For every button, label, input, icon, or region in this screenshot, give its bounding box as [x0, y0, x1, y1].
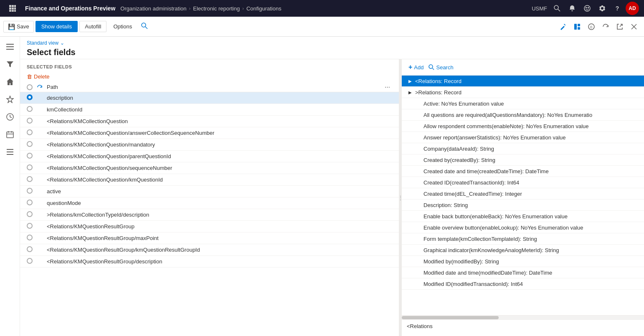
row-path: >Relations/kmCollectionTypeId/descriptio…: [47, 212, 392, 218]
tree-item[interactable]: ▶ Active: NoYes Enumeration value: [402, 98, 644, 109]
tree-item[interactable]: ▶ Graphical indicator(kmKnowledgeAnalogM…: [402, 245, 644, 256]
row-path: kmCollectionId: [47, 106, 392, 113]
row-radio[interactable]: [27, 141, 33, 147]
save-button[interactable]: 💾 Save: [3, 21, 34, 33]
popout-icon[interactable]: [613, 20, 626, 33]
search-nav-icon[interactable]: [550, 2, 564, 15]
badge-icon[interactable]: 0: [585, 20, 598, 33]
table-row[interactable]: <Relations/KMQuestionResultGroup/maxPoin…: [20, 232, 399, 244]
sidebar-star-icon[interactable]: [2, 91, 18, 108]
sidebar-home-icon[interactable]: [2, 73, 18, 90]
row-radio[interactable]: [27, 118, 33, 124]
breadcrumb: Organization administration › Electronic…: [120, 5, 281, 12]
bell-icon[interactable]: [565, 2, 579, 15]
table-row[interactable]: <Relations/KMCollectionQuestion/kmQuesti…: [20, 174, 399, 186]
row-radio[interactable]: [27, 246, 33, 252]
table-row[interactable]: >Relations/kmCollectionTypeId/descriptio…: [20, 209, 399, 221]
table-row[interactable]: description: [20, 92, 399, 104]
row-radio[interactable]: [27, 235, 33, 240]
tree-item[interactable]: ▶ Modified ID(modifiedTransactionId): In…: [402, 278, 644, 290]
autofill-button[interactable]: Autofill: [79, 21, 106, 32]
svg-point-36: [429, 65, 433, 68]
tree-item[interactable]: ▶ All questions are required(allQuestion…: [402, 109, 644, 121]
app-grid-icon[interactable]: [5, 0, 20, 17]
tree-item[interactable]: ▶ <Relations: Record: [402, 76, 644, 87]
tree-item-label: Enable overview button(enableLookup): No…: [423, 225, 639, 231]
breadcrumb-item-3[interactable]: Configurations: [246, 5, 281, 12]
tree-item[interactable]: ▶ Allow respondent comments(enableNote):…: [402, 121, 644, 132]
tree-item[interactable]: ▶ Company(dataAreaId): String: [402, 143, 644, 154]
tree-item-label: Enable back button(enableBack): NoYes En…: [423, 213, 639, 220]
delete-icon: 🗑: [27, 73, 32, 80]
row-radio[interactable]: [27, 153, 33, 159]
row-radio[interactable]: [27, 106, 33, 112]
wand-icon[interactable]: [556, 20, 570, 33]
plus-icon: +: [408, 63, 412, 71]
row-radio[interactable]: [27, 200, 33, 205]
row-radio[interactable]: [27, 129, 33, 135]
sidebar-list-icon[interactable]: [2, 144, 18, 160]
tree-item[interactable]: ▶ Description: String: [402, 200, 644, 211]
right-panel-list[interactable]: ▶ <Relations: Record ▶ >Relations: Recor…: [402, 76, 644, 315]
table-row[interactable]: <Relations/KMCollectionQuestion/answerCo…: [20, 127, 399, 139]
tree-item[interactable]: ▶ Enable overview button(enableLookup): …: [402, 222, 644, 233]
layout-icon[interactable]: [570, 20, 584, 33]
table-row[interactable]: <Relations/KMQuestionResultGroup/kmQuest…: [20, 244, 399, 256]
tree-item[interactable]: ▶ Created by(createdBy): String: [402, 154, 644, 166]
close-icon[interactable]: [627, 20, 641, 33]
table-row[interactable]: questionMode: [20, 197, 399, 209]
user-avatar[interactable]: AD: [626, 2, 639, 15]
toolbar-search-button[interactable]: [139, 21, 150, 33]
row-radio[interactable]: [27, 223, 33, 229]
tree-item[interactable]: ▶ Modified by(modifiedBy): String: [402, 256, 644, 267]
tree-item[interactable]: ▶ Modified date and time(modifiedDateTim…: [402, 267, 644, 278]
sidebar-calendar-icon[interactable]: [2, 126, 18, 143]
right-panel: + Add Search ▶ <Relations: Record: [402, 59, 644, 336]
add-button[interactable]: + Add: [408, 63, 423, 71]
table-row[interactable]: <Relations/KMCollectionQuestion/mandator…: [20, 139, 399, 151]
tree-item[interactable]: ▶ Answer report(answerStatistics): NoYes…: [402, 132, 644, 143]
delete-button[interactable]: 🗑 Delete: [27, 73, 50, 80]
smiley-icon[interactable]: [581, 2, 594, 15]
sidebar-menu-icon[interactable]: [2, 38, 18, 55]
tree-item[interactable]: ▶ Form template(kmCollectionTemplateId):…: [402, 233, 644, 245]
tree-item[interactable]: ▶ Created time(dEL_CreatedTime): Integer: [402, 188, 644, 200]
header-radio[interactable]: [27, 84, 33, 90]
header-check[interactable]: [27, 84, 37, 90]
tree-item[interactable]: ▶ Enable back button(enableBack): NoYes …: [402, 211, 644, 222]
row-radio[interactable]: [27, 176, 33, 182]
row-radio-selected[interactable]: [27, 94, 33, 100]
help-icon[interactable]: ?: [611, 2, 624, 15]
table-row[interactable]: <Relations/KMQuestionResultGroup/descrip…: [20, 256, 399, 268]
column-more-icon[interactable]: ⋯: [382, 84, 392, 90]
row-radio[interactable]: [27, 164, 33, 170]
tree-item[interactable]: ▶ Created ID(createdTransactionId): Int6…: [402, 177, 644, 188]
row-radio[interactable]: [27, 188, 33, 194]
sidebar-clock-icon[interactable]: [2, 109, 18, 125]
tree-item[interactable]: ▶ Created date and time(createdDateTime)…: [402, 166, 644, 177]
breadcrumb-item-2[interactable]: Electronic reporting: [193, 5, 240, 12]
header-refresh-icon[interactable]: [37, 84, 47, 90]
gear-icon[interactable]: [596, 2, 609, 15]
table-row[interactable]: <Relations/KMCollectionQuestion/sequence…: [20, 162, 399, 174]
table-row[interactable]: <Relations/KMCollectionQuestion: [20, 116, 399, 127]
search-button[interactable]: Search: [428, 64, 453, 71]
refresh-icon[interactable]: [599, 20, 612, 33]
table-row[interactable]: <Relations/KMCollectionQuestion/parentQu…: [20, 151, 399, 162]
table-row[interactable]: kmCollectionId: [20, 104, 399, 116]
toolbar: 💾 Save Show details Autofill Options 0: [0, 17, 644, 37]
table-row[interactable]: <Relations/KMQuestionResultGroup: [20, 221, 399, 232]
standard-view-button[interactable]: Standard view ⌄: [27, 40, 637, 46]
row-radio[interactable]: [27, 258, 33, 264]
table-row[interactable]: active: [20, 186, 399, 197]
svg-line-21: [620, 24, 622, 27]
sidebar-filter-icon[interactable]: [2, 56, 18, 73]
show-details-button[interactable]: Show details: [35, 21, 78, 32]
row-radio[interactable]: [27, 211, 33, 217]
breadcrumb-item-1[interactable]: Organization administration: [120, 5, 186, 12]
horizontal-scrollbar[interactable]: [402, 315, 644, 319]
content-area: Standard view ⌄ Select fields SELECTED F…: [20, 37, 644, 336]
fields-table[interactable]: Path ⋯ description kmCollectionId: [20, 82, 399, 336]
tree-item[interactable]: ▶ >Relations: Record: [402, 87, 644, 98]
options-button[interactable]: Options: [108, 21, 137, 32]
